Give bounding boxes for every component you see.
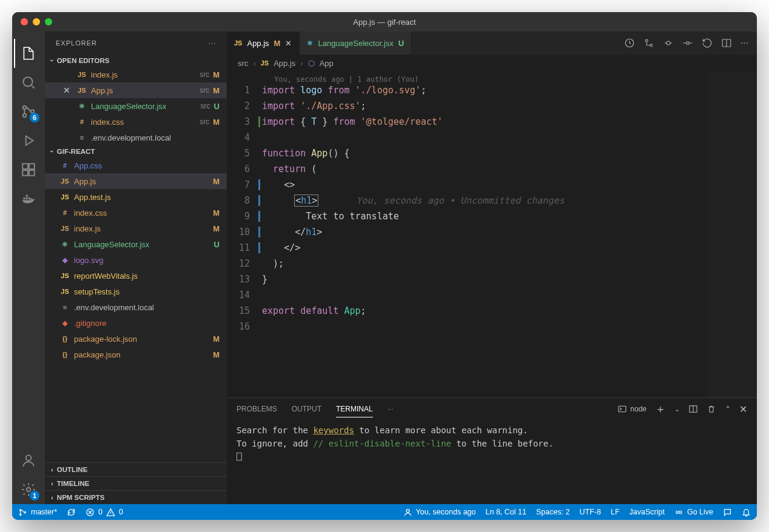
tree-item[interactable]: #index.cssM	[45, 205, 227, 221]
open-editor-item[interactable]: JSindex.jssrcM	[45, 67, 227, 82]
docker-icon[interactable]	[14, 184, 43, 213]
maximize-window-icon[interactable]	[45, 18, 52, 25]
chevron-right-icon: ›	[51, 494, 53, 501]
svg-point-18	[686, 42, 689, 45]
svg-point-24	[24, 511, 26, 513]
tree-item[interactable]: #App.css	[45, 158, 227, 173]
titlebar[interactable]: App.js — gif-react	[12, 12, 757, 32]
svg-point-26	[406, 509, 409, 512]
tree-item[interactable]: JSindex.jsM	[45, 221, 227, 236]
tree-item[interactable]: {}package-lock.jsonM	[45, 331, 227, 347]
tree-item[interactable]: ◆logo.svg	[45, 252, 227, 268]
minimize-window-icon[interactable]	[33, 18, 40, 25]
chevron-right-icon: ›	[51, 466, 53, 473]
tab-output[interactable]: OUTPUT	[292, 401, 321, 417]
status-bar: master* 0 0 You, seconds ago Ln 8, Col 1…	[12, 504, 757, 520]
svg-rect-7	[29, 164, 35, 169]
activity-bar: 6 1	[12, 32, 45, 504]
encoding-indicator[interactable]: UTF-8	[580, 508, 601, 516]
compare-icon[interactable]	[643, 38, 654, 48]
scm-icon[interactable]: 6	[14, 97, 43, 126]
tree-item[interactable]: JSApp.jsM	[45, 173, 227, 189]
search-icon[interactable]	[14, 68, 43, 97]
svg-point-15	[645, 39, 648, 42]
tree-item[interactable]: ⚛LanguageSelector.jsxU	[45, 236, 227, 252]
debug-icon[interactable]	[14, 126, 43, 155]
breadcrumbs[interactable]: src› JSApp.js› ⬡App	[227, 55, 757, 71]
run-icon[interactable]	[663, 38, 674, 48]
terminal-output[interactable]: Search for the keywords to learn more ab…	[227, 420, 757, 504]
open-editor-item[interactable]: ✕JSApp.jssrcM	[45, 82, 227, 98]
account-icon[interactable]	[14, 446, 43, 475]
svg-point-1	[23, 106, 26, 109]
tree-item[interactable]: ≡.env.development.local	[45, 299, 227, 315]
blame-indicator[interactable]: You, seconds ago	[403, 508, 476, 517]
panel-actions: node ＋ ⌄ ⌃ ✕	[617, 402, 747, 416]
section-open-editors[interactable]: ›OPEN EDITORS	[45, 55, 227, 67]
tree-item[interactable]: ◈.gitignore	[45, 315, 227, 331]
tab-actions: ···	[616, 32, 757, 55]
extensions-icon[interactable]	[14, 155, 43, 184]
sync-indicator[interactable]	[67, 508, 76, 517]
indent-indicator[interactable]: Spaces: 2	[536, 508, 570, 516]
bell-icon[interactable]	[742, 508, 751, 517]
split-terminal-icon[interactable]	[688, 404, 698, 414]
revert-icon[interactable]	[702, 38, 713, 48]
tab-bar: JSApp.jsM✕⚛LanguageSelector.jsxU ···	[227, 32, 757, 55]
chevron-down-icon[interactable]: ⌄	[674, 405, 680, 413]
svg-point-13	[27, 488, 31, 492]
close-icon[interactable]: ✕	[63, 85, 73, 95]
chevron-down-icon: ›	[49, 59, 56, 62]
branch-indicator[interactable]: master*	[18, 508, 57, 517]
svg-rect-10	[29, 198, 30, 199]
tab-problems[interactable]: PROBLEMS	[237, 401, 277, 417]
svg-point-2	[23, 114, 26, 117]
eol-indicator[interactable]: LF	[611, 508, 620, 516]
close-window-icon[interactable]	[21, 18, 28, 25]
tree-item[interactable]: {}package.jsonM	[45, 347, 227, 362]
close-icon[interactable]: ✕	[285, 39, 292, 48]
section-timeline[interactable]: ›TIMELINE	[45, 476, 227, 490]
tree-item[interactable]: JSApp.test.js	[45, 189, 227, 205]
code-area[interactable]: 1import logo from './logo.svg'; 2import …	[227, 82, 757, 334]
explorer-icon[interactable]	[14, 39, 43, 68]
problems-indicator[interactable]: 0 0	[86, 508, 123, 517]
feedback-icon[interactable]	[723, 508, 732, 517]
close-icon[interactable]: ✕	[739, 404, 747, 415]
go-live-button[interactable]: Go Live	[674, 508, 713, 517]
open-editors-list: JSindex.jssrcM✕JSApp.jssrcM⚛LanguageSele…	[45, 67, 227, 145]
trash-icon[interactable]	[707, 404, 716, 414]
traffic-lights	[12, 18, 52, 25]
more-icon[interactable]: ···	[388, 405, 394, 413]
new-terminal-icon[interactable]: ＋	[655, 402, 666, 416]
more-icon[interactable]: ···	[209, 39, 216, 47]
inline-blame: You, seconds ago • Uncommitted changes	[357, 195, 565, 206]
svg-rect-11	[26, 195, 28, 197]
settings-icon[interactable]: 1	[14, 475, 43, 504]
more-icon[interactable]: ···	[740, 38, 748, 48]
split-icon[interactable]	[721, 38, 732, 48]
editor[interactable]: You, seconds ago | 1 author (You) 1impor…	[227, 71, 757, 397]
section-npm-scripts[interactable]: ›NPM SCRIPTS	[45, 490, 227, 504]
panel-tabs: PROBLEMS OUTPUT TERMINAL ··· node ＋ ⌄ ⌃ …	[227, 398, 757, 420]
tree-item[interactable]: JSreportWebVitals.js	[45, 268, 227, 284]
open-editor-item[interactable]: #index.csssrcM	[45, 114, 227, 130]
open-editor-item[interactable]: ⚛LanguageSelector.jsxsrcU	[45, 98, 227, 114]
chevron-up-icon[interactable]: ⌃	[725, 405, 731, 413]
tree-item[interactable]: JSsetupTests.js	[45, 284, 227, 299]
language-indicator[interactable]: JavaScript	[630, 508, 665, 516]
tab-terminal[interactable]: TERMINAL	[336, 401, 373, 417]
editor-tab[interactable]: ⚛LanguageSelector.jsxU	[300, 32, 412, 55]
svg-rect-5	[22, 170, 28, 176]
file-tree: #App.cssJSApp.jsMJSApp.test.js#index.css…	[45, 158, 227, 462]
editor-tab[interactable]: JSApp.jsM✕	[227, 32, 300, 55]
open-editor-item[interactable]: ≡.env.development.local	[45, 130, 227, 145]
timeline-icon[interactable]	[624, 38, 635, 48]
cursor-position[interactable]: Ln 8, Col 11	[486, 508, 526, 516]
shell-selector[interactable]: node	[617, 404, 646, 414]
commit-icon[interactable]	[682, 38, 693, 48]
section-project[interactable]: ›GIF-REACT	[45, 145, 227, 158]
svg-point-0	[23, 77, 32, 86]
section-outline[interactable]: ›OUTLINE	[45, 462, 227, 476]
chevron-right-icon: ›	[51, 480, 53, 487]
